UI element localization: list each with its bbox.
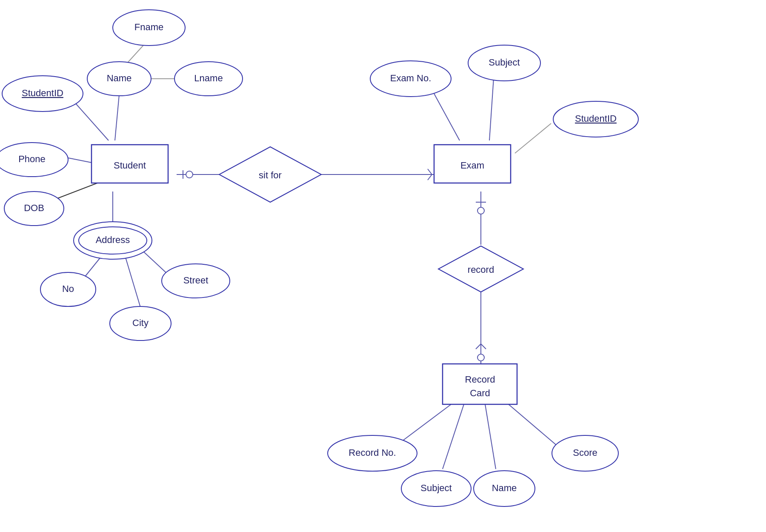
crow-rc2	[481, 344, 486, 349]
label-street: Street	[183, 275, 209, 286]
label-no: No	[62, 283, 74, 294]
zero-mark-exam-rec	[477, 207, 484, 214]
crow2	[428, 174, 432, 180]
label-studentid-exam: StudentID	[575, 113, 617, 124]
label-dob: DOB	[24, 203, 44, 213]
label-phone: Phone	[18, 154, 46, 164]
label-recordcard-line1: Record	[465, 374, 495, 385]
label-subject-rc: Subject	[420, 483, 452, 493]
line-recordno-rc	[400, 404, 451, 443]
line-score-rc	[509, 404, 557, 446]
label-record: record	[468, 264, 494, 275]
label-studentid: StudentID	[22, 88, 63, 98]
label-exam: Exam	[460, 160, 484, 171]
label-name-rc: Name	[492, 483, 517, 493]
line-examno-exam	[434, 94, 460, 140]
line-subject-rc	[443, 404, 464, 469]
crow-rc1	[476, 344, 481, 349]
line-street-address	[144, 252, 168, 275]
zero-mark-student	[186, 171, 193, 178]
label-subject-exam: Subject	[489, 57, 520, 68]
line-studentid-exam	[515, 123, 551, 153]
label-sitfor: sit for	[259, 170, 282, 180]
label-student: Student	[114, 160, 146, 171]
label-address: Address	[96, 235, 130, 245]
label-recordno: Record No.	[349, 447, 396, 458]
label-score: Score	[573, 447, 597, 458]
line-fname-name	[128, 44, 145, 63]
line-city-address	[126, 257, 140, 307]
label-city: City	[132, 317, 149, 328]
label-recordcard-line2: Card	[470, 388, 490, 398]
label-examno: Exam No.	[390, 73, 432, 83]
line-name-student	[115, 95, 119, 140]
line-name-rc	[485, 404, 496, 469]
line-subject-exam	[489, 78, 494, 140]
label-name: Name	[107, 73, 132, 83]
zero-mark-rc	[477, 354, 484, 361]
crow1	[428, 169, 432, 174]
label-fname: Fname	[134, 22, 163, 32]
label-lname: Lname	[194, 73, 223, 83]
line-studentid-student	[74, 102, 109, 140]
